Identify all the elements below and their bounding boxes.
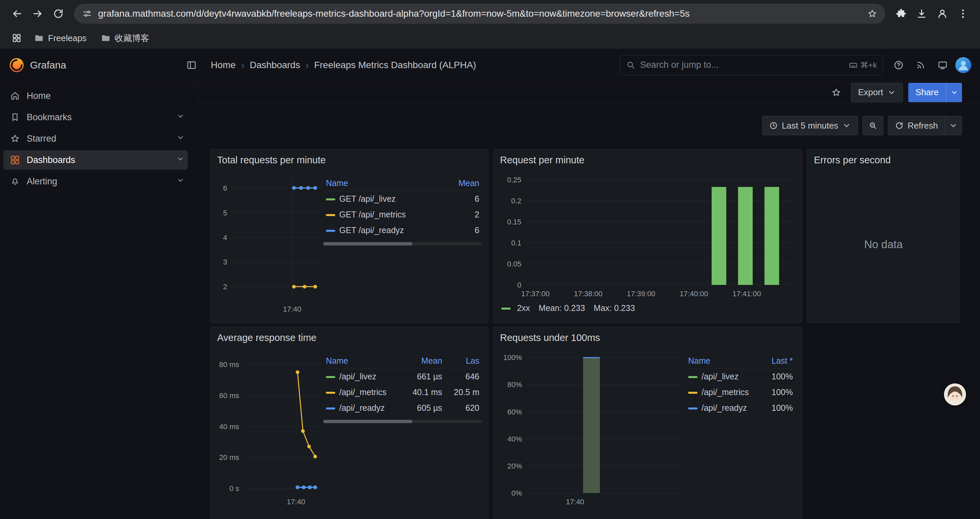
legend-row[interactable]: GET /api/_readyz6 bbox=[323, 222, 482, 238]
assistant-avatar[interactable] bbox=[944, 383, 966, 406]
legend-table-container[interactable]: NameMeanGET /api/_livez6GET /api/_metric… bbox=[323, 176, 482, 238]
dashboard-toolbar: Export Share bbox=[199, 81, 980, 104]
legend-header[interactable]: Mean bbox=[445, 176, 482, 191]
sidebar-item-starred[interactable]: Starred bbox=[3, 129, 188, 148]
scrollbar-thumb[interactable] bbox=[323, 242, 412, 246]
legend-table-container[interactable]: NameLast */api/_livez100%/api/_metrics10… bbox=[686, 353, 795, 416]
grafana-logo-icon[interactable] bbox=[9, 57, 25, 73]
legend-row[interactable]: /api/_metrics100% bbox=[686, 385, 795, 400]
scrollbar-thumb[interactable] bbox=[323, 420, 412, 423]
downloads-button[interactable] bbox=[911, 3, 932, 24]
sidebar-item-dashboards[interactable]: Dashboards bbox=[3, 150, 188, 170]
breadcrumb-separator: › bbox=[305, 59, 309, 71]
panel-title[interactable]: Total requests per minute bbox=[210, 149, 488, 168]
site-info-icon[interactable] bbox=[82, 9, 92, 19]
legend-series-label[interactable]: 2xx bbox=[517, 303, 530, 313]
legend-row[interactable]: /api/_readyz100% bbox=[686, 400, 795, 416]
legend-swatch bbox=[326, 407, 335, 409]
legend-row[interactable]: /api/_readyz605 µs620 bbox=[323, 400, 482, 416]
bookmark-folder-freeleaps[interactable]: Freeleaps bbox=[29, 31, 91, 45]
user-avatar-image bbox=[955, 57, 971, 73]
panel-title[interactable]: Average response time bbox=[210, 327, 488, 346]
svg-text:6: 6 bbox=[223, 184, 227, 192]
browser-menu-button[interactable] bbox=[953, 3, 973, 24]
search-input[interactable] bbox=[640, 60, 844, 70]
display-button[interactable] bbox=[933, 56, 952, 75]
legend-row[interactable]: GET /api/_livez6 bbox=[323, 191, 482, 207]
back-button[interactable] bbox=[7, 3, 27, 24]
help-button[interactable] bbox=[889, 56, 908, 75]
time-range-button[interactable]: Last 5 minutes bbox=[762, 116, 858, 135]
search-icon bbox=[626, 61, 635, 70]
legend-scrollbar[interactable] bbox=[323, 242, 482, 246]
news-button[interactable] bbox=[911, 56, 930, 75]
forward-button[interactable] bbox=[27, 3, 48, 24]
chart-canvas[interactable]: 6543217:40 bbox=[213, 170, 323, 315]
profile-button[interactable] bbox=[932, 3, 953, 24]
legend-header[interactable]: Mean bbox=[402, 353, 445, 369]
svg-text:0.2: 0.2 bbox=[511, 197, 521, 205]
sidebar-item-bookmarks[interactable]: Bookmarks bbox=[3, 107, 188, 127]
bookmark-star-icon[interactable] bbox=[867, 9, 877, 19]
svg-text:20%: 20% bbox=[508, 462, 522, 470]
share-button[interactable]: Share bbox=[908, 83, 946, 102]
reload-button[interactable] bbox=[48, 3, 69, 24]
refresh-split-button: Refresh bbox=[888, 116, 962, 135]
breadcrumb-home[interactable]: Home bbox=[211, 60, 236, 70]
sidebar-item-alerting[interactable]: Alerting bbox=[3, 172, 188, 191]
sidebar-item-label: Alerting bbox=[27, 176, 57, 187]
monitor-icon bbox=[938, 60, 948, 70]
sidebar-toggle-button[interactable] bbox=[182, 56, 201, 75]
chart-svg: 6543217:40 bbox=[213, 170, 323, 315]
url-bar[interactable] bbox=[74, 4, 885, 24]
sidebar-item-home[interactable]: Home bbox=[3, 86, 188, 105]
sidebar-item-label: Dashboards bbox=[27, 155, 75, 165]
user-avatar[interactable] bbox=[955, 57, 971, 73]
chart-canvas[interactable]: 0.250.20.150.10.05017:37:0017:38:0017:39… bbox=[496, 170, 795, 301]
bookmark-icon bbox=[10, 112, 20, 122]
panel-title[interactable]: Errors per second bbox=[807, 149, 960, 168]
chart-canvas[interactable]: 100%80%60%40%20%0%17:40 bbox=[496, 347, 686, 508]
panel-title[interactable]: Requests under 100ms bbox=[493, 327, 802, 346]
search-box[interactable]: ⌘+k bbox=[620, 55, 883, 75]
legend-header[interactable]: Name bbox=[323, 176, 445, 191]
export-button[interactable]: Export bbox=[851, 83, 903, 102]
legend-row[interactable]: /api/_livez661 µs646 bbox=[323, 369, 482, 385]
legend-header[interactable]: Name bbox=[686, 353, 764, 369]
svg-text:3: 3 bbox=[223, 258, 227, 266]
legend-table: NameMeanLas/api/_livez661 µs646/api/_met… bbox=[323, 353, 482, 416]
chart-svg: 100%80%60%40%20%0%17:40 bbox=[496, 347, 686, 508]
bookmark-folder-blogs[interactable]: 收藏博客 bbox=[96, 30, 154, 46]
favorite-button[interactable] bbox=[827, 83, 846, 102]
chevron-down-icon[interactable] bbox=[177, 155, 185, 165]
url-input[interactable] bbox=[98, 8, 861, 19]
legend-swatch bbox=[501, 308, 511, 310]
legend-header[interactable]: Name bbox=[323, 353, 402, 369]
legend-row[interactable]: /api/_livez100% bbox=[686, 369, 795, 385]
extensions-button[interactable] bbox=[891, 3, 911, 24]
legend-scrollbar[interactable] bbox=[323, 420, 482, 423]
zoom-out-button[interactable] bbox=[862, 116, 883, 135]
share-split-button: Share bbox=[908, 83, 962, 102]
forward-arrow-icon bbox=[32, 8, 43, 19]
refresh-interval-button[interactable] bbox=[945, 116, 962, 135]
legend-mean: Mean: 0.233 bbox=[539, 303, 585, 313]
apps-grid-button[interactable] bbox=[9, 30, 25, 46]
svg-text:17:40: 17:40 bbox=[566, 498, 584, 506]
legend-header[interactable]: Last * bbox=[764, 353, 795, 369]
refresh-button[interactable]: Refresh bbox=[888, 116, 945, 135]
share-menu-button[interactable] bbox=[946, 83, 962, 102]
svg-text:17:39:00: 17:39:00 bbox=[627, 289, 655, 298]
legend-row[interactable]: /api/_metrics40.1 ms20.5 m bbox=[323, 385, 482, 400]
chevron-down-icon[interactable] bbox=[177, 176, 185, 187]
chevron-down-icon[interactable] bbox=[177, 112, 185, 123]
legend-row[interactable]: GET /api/_metrics2 bbox=[323, 207, 482, 222]
breadcrumb-dashboards[interactable]: Dashboards bbox=[250, 60, 300, 70]
panel-avg-response-time: Average response time 80 ms60 ms40 ms20 … bbox=[210, 327, 488, 519]
legend-table-container[interactable]: NameMeanLas/api/_livez661 µs646/api/_met… bbox=[323, 353, 482, 416]
legend-header[interactable]: Las bbox=[445, 353, 482, 369]
chevron-down-icon[interactable] bbox=[177, 134, 185, 144]
chart-canvas[interactable]: 80 ms60 ms40 ms20 ms0 s17:40 bbox=[213, 347, 323, 508]
panel-title[interactable]: Request per minute bbox=[493, 149, 802, 168]
bell-icon bbox=[10, 176, 20, 186]
